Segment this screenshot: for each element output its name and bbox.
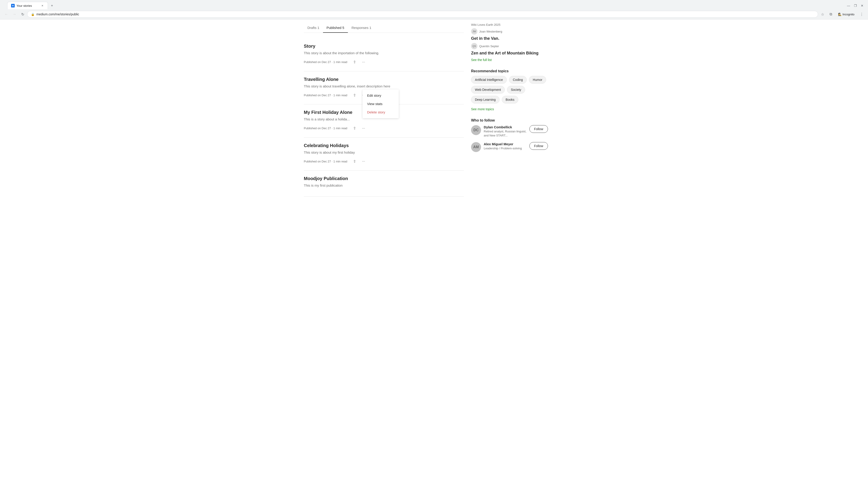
main-content: Drafts 1 Published 5 Responses 1 Story T… bbox=[304, 20, 471, 197]
story-title-celebrating: Celebrating Holidays bbox=[304, 143, 464, 148]
edit-story-menu-item[interactable]: Edit story bbox=[363, 91, 399, 100]
story-meta-holiday: Published on Dec 27 · 1 min read ⇧ ··· bbox=[304, 125, 464, 132]
more-button-celebrating[interactable]: ··· bbox=[360, 158, 367, 165]
story-item-celebrating: Celebrating Holidays This story is about… bbox=[304, 138, 464, 171]
follow-button-alex[interactable]: Follow bbox=[529, 142, 548, 150]
url-text: medium.com/me/stories/public bbox=[36, 12, 814, 16]
topic-society[interactable]: Society bbox=[507, 86, 525, 94]
topic-books[interactable]: Books bbox=[502, 96, 518, 103]
follow-avatar-alex: AM bbox=[471, 142, 481, 152]
who-to-follow-section: Who to follow DC Dylan Combellick Retire… bbox=[471, 119, 548, 152]
tabs-bar: M Your stories ✕ + bbox=[4, 2, 58, 9]
bookmark-button[interactable]: ☆ bbox=[819, 11, 826, 18]
page-container: Drafts 1 Published 5 Responses 1 Story T… bbox=[298, 20, 569, 197]
sidebar: Wiki Loves Earth 2025 JW Joan Westenberg… bbox=[471, 20, 548, 197]
recommended-topics-title: Recommended topics bbox=[471, 69, 548, 73]
wiki-loves-section: Wiki Loves Earth 2025 JW Joan Westenberg… bbox=[471, 23, 548, 62]
minimize-button[interactable]: — bbox=[845, 2, 852, 9]
tab-responses[interactable]: Responses 1 bbox=[348, 23, 375, 33]
story-dropdown-menu: Edit story View stats Delete story bbox=[363, 90, 399, 118]
share-button-holiday[interactable]: ⇧ bbox=[351, 125, 358, 132]
lock-icon: 🔒 bbox=[31, 13, 35, 16]
share-button-celebrating[interactable]: ⇧ bbox=[351, 158, 358, 165]
follow-button-dylan[interactable]: Follow bbox=[529, 125, 548, 133]
follow-info-dylan: Dylan Combellick Retired analyst, Russia… bbox=[484, 125, 527, 138]
story-meta-story: Published on Dec 27 · 1 min read ⇧ ··· bbox=[304, 59, 464, 66]
follow-bio-alex: Leadership / Problem-solving bbox=[484, 147, 527, 151]
story-description-celebrating: This story is about my first holiday bbox=[304, 150, 464, 155]
browser-titlebar: M Your stories ✕ + — ❐ ✕ bbox=[0, 0, 868, 9]
browser-chrome: M Your stories ✕ + — ❐ ✕ ← → ↻ 🔒 medium.… bbox=[0, 0, 868, 20]
topic-deeplearning[interactable]: Deep Learning bbox=[471, 96, 500, 103]
back-button[interactable]: ← bbox=[3, 11, 10, 18]
story-item-travelling-alone: Travelling Alone This story is about tra… bbox=[304, 71, 464, 105]
tab-drafts[interactable]: Drafts 1 bbox=[304, 23, 323, 33]
more-button-story[interactable]: ··· bbox=[360, 59, 367, 66]
side-panel-button[interactable]: ⧉ bbox=[827, 11, 834, 18]
follow-item-dylan: DC Dylan Combellick Retired analyst, Rus… bbox=[471, 125, 548, 138]
profile-button[interactable]: 🕵 Incognito bbox=[835, 12, 857, 17]
story-date-celebrating: Published on Dec 27 · 1 min read bbox=[304, 160, 347, 163]
follow-info-alex: Alex Miguel Meyer Leadership / Problem-s… bbox=[484, 142, 527, 151]
story-title-story: Story bbox=[304, 43, 464, 49]
reload-button[interactable]: ↻ bbox=[19, 11, 26, 18]
tab-published[interactable]: Published 5 bbox=[323, 23, 348, 33]
share-button-travelling-alone[interactable]: ⇧ bbox=[351, 92, 358, 99]
featured-author-row: JW Joan Westenberg bbox=[471, 28, 548, 35]
recommended-story-title: Zen and the Art of Mountain Biking bbox=[471, 51, 548, 56]
story-item-moodjoy: Moodjoy Publication This is my first pub… bbox=[304, 170, 464, 197]
story-tabs: Drafts 1 Published 5 Responses 1 bbox=[304, 20, 464, 33]
story-meta-celebrating: Published on Dec 27 · 1 min read ⇧ ··· bbox=[304, 158, 464, 165]
browser-toolbar: ← → ↻ 🔒 medium.com/me/stories/public ☆ ⧉… bbox=[0, 9, 868, 19]
follow-item-alex: AM Alex Miguel Meyer Leadership / Proble… bbox=[471, 142, 548, 152]
recommended-topics-section: Recommended topics Artificial Intelligen… bbox=[471, 69, 548, 111]
story-actions-story: ⇧ ··· bbox=[351, 59, 367, 66]
story-title-travelling-alone: Travelling Alone bbox=[304, 77, 464, 82]
story-date-travelling-alone: Published on Dec 27 · 1 min read bbox=[304, 94, 347, 97]
topic-humor[interactable]: Humor bbox=[529, 76, 546, 84]
menu-button[interactable]: ⋮ bbox=[858, 11, 865, 18]
active-tab[interactable]: M Your stories ✕ bbox=[7, 2, 48, 9]
see-more-topics-link[interactable]: See more topics bbox=[471, 107, 494, 111]
follow-name-dylan: Dylan Combellick bbox=[484, 125, 527, 129]
follow-avatar-dylan: DC bbox=[471, 125, 481, 135]
story-actions-celebrating: ⇧ ··· bbox=[351, 158, 367, 165]
window-controls: — ❐ ✕ bbox=[845, 2, 865, 9]
story-description-story: This story is about the importation of t… bbox=[304, 51, 464, 56]
tab-close-button[interactable]: ✕ bbox=[40, 4, 44, 7]
toolbar-right-buttons: ☆ ⧉ 🕵 Incognito ⋮ bbox=[819, 11, 865, 18]
tab-title: Your stories bbox=[17, 4, 39, 7]
recommended-author-name: Quentin Septer bbox=[479, 44, 499, 48]
story-title-moodjoy: Moodjoy Publication bbox=[304, 176, 464, 181]
delete-story-menu-item[interactable]: Delete story bbox=[363, 108, 399, 116]
topic-coding[interactable]: Coding bbox=[509, 76, 527, 84]
forward-button[interactable]: → bbox=[11, 11, 18, 18]
tab-favicon: M bbox=[11, 4, 15, 7]
topic-ai[interactable]: Artificial Intelligence bbox=[471, 76, 507, 84]
story-item-story: Story This story is about the importatio… bbox=[304, 38, 464, 71]
close-button[interactable]: ✕ bbox=[859, 2, 865, 9]
see-full-list-link[interactable]: See the full list bbox=[471, 58, 492, 62]
story-actions-holiday: ⇧ ··· bbox=[351, 125, 367, 132]
address-bar[interactable]: 🔒 medium.com/me/stories/public bbox=[27, 11, 818, 18]
recommended-author-avatar: QS bbox=[471, 43, 477, 49]
incognito-icon: 🕵 bbox=[838, 13, 842, 16]
profile-label: Incognito bbox=[842, 13, 855, 16]
topic-webdev[interactable]: Web Development bbox=[471, 86, 505, 94]
maximize-button[interactable]: ❐ bbox=[852, 2, 859, 9]
view-stats-menu-item[interactable]: View stats bbox=[363, 100, 399, 108]
topics-grid: Artificial Intelligence Coding Humor Web… bbox=[471, 76, 548, 103]
featured-story-title: Get in the Van. bbox=[471, 36, 548, 41]
follow-bio-dylan: Retired analyst, Russian linguist, and N… bbox=[484, 129, 527, 138]
featured-author-avatar: JW bbox=[471, 28, 477, 35]
new-tab-button[interactable]: + bbox=[49, 2, 55, 9]
featured-author-name: Joan Westenberg bbox=[479, 30, 502, 33]
follow-name-alex: Alex Miguel Meyer bbox=[484, 142, 527, 146]
story-description-moodjoy: This is my first publication bbox=[304, 183, 464, 188]
story-date-holiday: Published on Dec 27 · 1 min read bbox=[304, 127, 347, 130]
wiki-loves-title: Wiki Loves Earth 2025 bbox=[471, 23, 548, 26]
more-button-holiday[interactable]: ··· bbox=[360, 125, 367, 132]
share-button-story[interactable]: ⇧ bbox=[351, 59, 358, 66]
story-date-story: Published on Dec 27 · 1 min read bbox=[304, 60, 347, 64]
story-description-travelling-alone: This story is about travelling alone, in… bbox=[304, 84, 464, 89]
